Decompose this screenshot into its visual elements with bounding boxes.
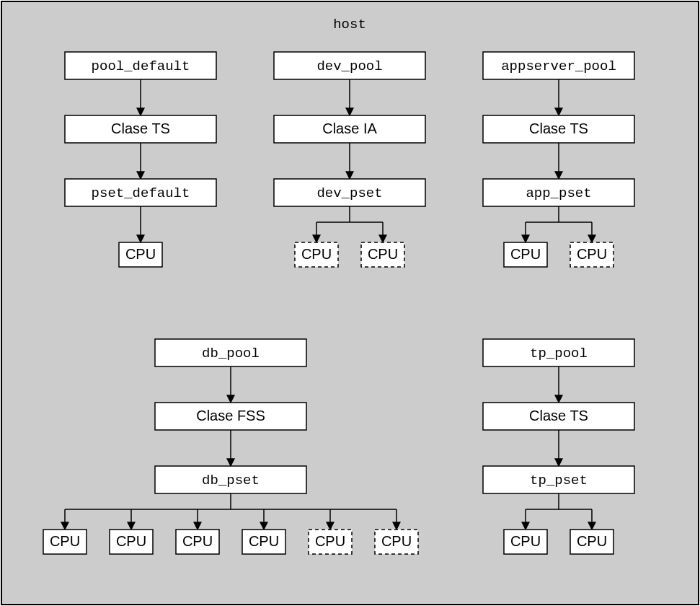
bot1-pool-label: tp_pool (530, 346, 588, 361)
top0-pool-label: pool_default (92, 58, 190, 74)
bot1-class-label: Clase TS (529, 408, 588, 423)
bot0-cpu-label-5: CPU (381, 533, 412, 549)
bot0-pset-label: db_pset (202, 473, 260, 488)
bot0-cpu-label-3: CPU (249, 533, 279, 549)
top1-cpu-label-0: CPU (301, 246, 332, 262)
host-title: host (333, 17, 366, 32)
top2-cpu-label-1: CPU (577, 246, 607, 262)
bot0-cpu-label-1: CPU (116, 533, 146, 549)
top2-cpu-label-0: CPU (510, 246, 541, 262)
bot0-cpu-label-0: CPU (50, 533, 80, 549)
top1-pset-label: dev_pset (316, 185, 382, 201)
top1-cpu-label-1: CPU (368, 246, 398, 262)
top2-pset-label: app_pset (526, 185, 591, 201)
bot0-cpu-label-2: CPU (182, 533, 213, 549)
bot1-pset-label: tp_pset (530, 473, 588, 488)
bot0-class-label: Clase FSS (196, 408, 265, 423)
top2-pool-label: appserver_pool (501, 58, 616, 74)
bot1-cpu-label-0: CPU (510, 533, 541, 549)
top1-pool-label: dev_pool (316, 58, 382, 74)
top0-class-label: Clase TS (111, 120, 170, 136)
bot1-cpu-label-1: CPU (577, 533, 607, 549)
top1-class-label: Clase IA (322, 120, 377, 136)
top2-class-label: Clase TS (529, 120, 588, 136)
bot0-pool-label: db_pool (202, 346, 260, 361)
bot0-cpu-label-4: CPU (315, 533, 345, 549)
top0-pset-label: pset_default (92, 185, 190, 201)
top0-cpu-label-0: CPU (125, 246, 156, 262)
